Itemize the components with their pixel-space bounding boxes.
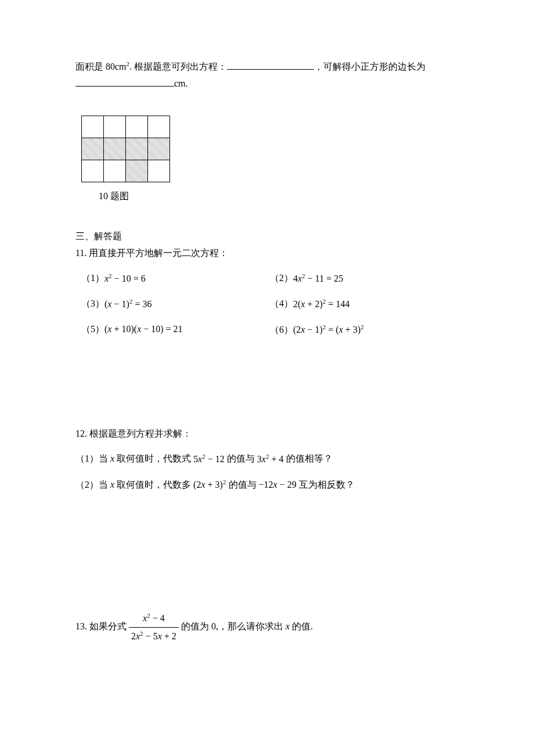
- q12-p1-t3: 的值相等？: [284, 454, 333, 464]
- q11-p6-label: （6）: [270, 325, 293, 334]
- q12-p2-t2: 的值与: [226, 480, 259, 489]
- q12-p2-t3: 互为相反数？: [297, 480, 355, 489]
- q11-p1-label: （1）: [81, 273, 104, 283]
- q10-unit: cm.: [174, 78, 188, 88]
- workspace-q11: [75, 344, 459, 426]
- blank-equation: [227, 60, 314, 70]
- workspace-q12: [75, 494, 459, 610]
- q12-p1-t1: 取何值时，代数式: [114, 454, 193, 464]
- q10-figure: [81, 116, 459, 182]
- q12-p2: （2）当 x 取何值时，代数多 (2x + 3)2 的值与 −12x − 29 …: [75, 476, 459, 494]
- q11-p3: （3）(x − 1)2 = 36: [81, 295, 270, 312]
- q11-prompt: 11. 用直接开平方地解一元二次方程：: [75, 245, 459, 262]
- q13-tail: 的值.: [290, 621, 313, 631]
- q12-p2-t1: 取何值时，代数多: [114, 480, 193, 489]
- q10-continuation: 面积是 80cm2. 根据题意可列出方程：，可解得小正方形的边长为 cm.: [75, 58, 459, 92]
- q10-text-post: . 根据题意可列出方程：: [129, 62, 227, 71]
- q10-text-pre: 面积是 80cm: [75, 62, 127, 71]
- q10-caption: 10 题图: [99, 188, 459, 205]
- q11-p2-label: （2）: [270, 273, 293, 283]
- q11-row-1: （1）x2 − 10 = 6 （2）4x2 − 11 = 25: [81, 269, 459, 287]
- grid-4x3: [81, 116, 170, 182]
- q13-mid: 的值为 0,，那么请你求出: [179, 621, 286, 631]
- q11-p4-label: （4）: [270, 299, 293, 309]
- q11-p1: （1）x2 − 10 = 6: [81, 269, 270, 287]
- q13: 13. 如果分式 x2 − 42x2 − 5x + 2 的值为 0,，那么请你求…: [75, 610, 459, 645]
- q12-p1-label: （1）当: [75, 454, 110, 464]
- q11-p3-label: （3）: [81, 299, 104, 309]
- q10-tail: ，可解得小正方形的边长为: [314, 62, 425, 71]
- q11-p4: （4）2(x + 2)2 = 144: [270, 295, 459, 312]
- q12-prompt: 12. 根据题意列方程并求解：: [75, 426, 459, 442]
- q11-p5-label: （5）: [81, 324, 104, 334]
- q11-p6: （6）(2x − 1)2 = (x + 3)2: [270, 321, 459, 339]
- blank-side-length: [75, 77, 174, 87]
- q11-p2: （2）4x2 − 11 = 25: [270, 269, 459, 287]
- q12-p2-label: （2）当: [75, 480, 110, 489]
- q13-pre: 13. 如果分式: [75, 621, 129, 631]
- q11-row-3: （5）(x + 10)(x − 10) = 21 （6）(2x − 1)2 = …: [81, 321, 459, 339]
- section-3-header: 三、解答题: [75, 228, 459, 245]
- q11-p5: （5）(x + 10)(x − 10) = 21: [81, 321, 270, 339]
- q13-fraction: x2 − 42x2 − 5x + 2: [129, 610, 179, 645]
- q12-p1-t2: 的值与: [225, 454, 257, 464]
- q11-row-2: （3）(x − 1)2 = 36 （4）2(x + 2)2 = 144: [81, 295, 459, 312]
- q12-p1: （1）当 x 取何值时，代数式 5x2 − 12 的值与 3x2 + 4 的值相…: [75, 450, 459, 467]
